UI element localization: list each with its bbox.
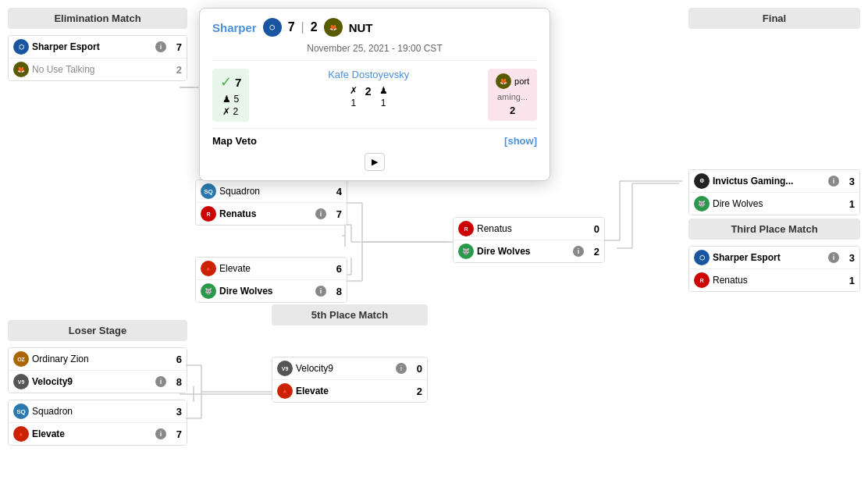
- cross-icon: ✗: [222, 106, 230, 117]
- third-team-a-name: Sharper Esport: [713, 252, 825, 263]
- loser1-team-b[interactable]: V9 Velocity9 i 8: [9, 371, 187, 393]
- noUse-logo: 🦊: [13, 62, 29, 77]
- popup-loser-score: 2: [510, 105, 515, 116]
- loser2-team-a[interactable]: SQ Squadron 3: [9, 400, 187, 423]
- loser2-team-b-name: Elevate: [32, 428, 152, 439]
- upper2-team-a-name: Elevate: [219, 263, 326, 274]
- semi-team-b-info[interactable]: i: [573, 246, 584, 257]
- sharper-logo: ⬡: [13, 39, 29, 55]
- popup-score-separator: |: [301, 20, 304, 34]
- match-popup: Sharper ⬡ 7 | 2 🦊 NUT November 25, 2021 …: [199, 8, 550, 181]
- loser1-team-b-info[interactable]: i: [155, 376, 166, 387]
- upper1-team-a[interactable]: SQ Squadron 4: [196, 180, 347, 203]
- elim-team-b[interactable]: 🦊 No Use Talking 2: [9, 59, 187, 80]
- direwolves-semi-logo: 🐺: [458, 244, 474, 259]
- upper2-team-b-info[interactable]: i: [315, 286, 326, 297]
- renatus-logo: R: [201, 206, 216, 222]
- third-team-a-info[interactable]: i: [828, 252, 839, 263]
- direwolves-logo: 🐺: [201, 283, 216, 299]
- final-team-b-name: Dire Wolves: [713, 198, 839, 209]
- popup-team-b: NUT: [349, 21, 373, 34]
- popup-logo-b: 🦊: [324, 18, 343, 37]
- popup-stream: ▶: [212, 153, 537, 171]
- loser-stage-label: Loser Stage: [8, 320, 187, 341]
- invictus-logo: ⚙: [694, 173, 710, 189]
- loser2-team-a-name: Squadron: [32, 406, 166, 417]
- velocity9-fifth-logo: V9: [277, 361, 293, 376]
- map-veto-label: Map Veto: [212, 135, 257, 147]
- semi-match: R Renatus 0 🐺 Dire Wolves i 2: [453, 217, 605, 263]
- map1-score-b: 1: [381, 98, 386, 108]
- upper1-match: SQ Squadron 4 R Renatus i 7: [195, 180, 347, 226]
- final-team-a-info[interactable]: i: [828, 176, 839, 187]
- popup-score-b: 2: [311, 20, 318, 34]
- fifth-place-label: 5th Place Match: [272, 304, 428, 325]
- elim-team-a[interactable]: ⬡ Sharper Esport i 7: [9, 36, 187, 59]
- loser1-match: OZ Ordinary Zion 6 V9 Velocity9 i 8: [8, 347, 187, 393]
- velocity9-logo: V9: [13, 374, 29, 389]
- final-team-a-score: 3: [842, 176, 855, 187]
- map1-icon-a: ✗: [350, 85, 358, 96]
- direwolves-final-logo: 🐺: [694, 196, 710, 212]
- semi-team-a[interactable]: R Renatus 0: [454, 218, 604, 240]
- third-team-a-score: 3: [842, 252, 855, 264]
- popup-logo-a: ⬡: [263, 18, 282, 37]
- fifth-team-b-score: 2: [410, 386, 422, 397]
- third-team-b[interactable]: R Renatus 1: [689, 269, 859, 291]
- upper1-team-b[interactable]: R Renatus i 7: [196, 203, 347, 225]
- final-match: ⚙ Invictus Gaming... i 3 🐺 Dire Wolves 1: [688, 169, 860, 215]
- third-team-a[interactable]: ⬡ Sharper Esport i 3: [689, 247, 859, 269]
- popup-loser-label: port: [514, 76, 529, 86]
- popup-map-loser-side: 🦊 port aming... 2: [488, 69, 537, 121]
- final-team-a[interactable]: ⚙ Invictus Gaming... i 3: [689, 170, 859, 193]
- check-icon: ✓: [220, 73, 232, 91]
- upper1-team-a-score: 4: [329, 186, 342, 197]
- final-team-b[interactable]: 🐺 Dire Wolves 1: [689, 193, 859, 215]
- tower-icon: ♟: [222, 94, 231, 105]
- fifth-team-b[interactable]: 🔺 Elevate 2: [272, 380, 427, 402]
- final-team-a-name: Invictus Gaming...: [713, 176, 825, 187]
- third-team-b-name: Renatus: [713, 275, 839, 286]
- fifth-team-a[interactable]: V9 Velocity9 i 0: [272, 357, 427, 380]
- final-label: Final: [688, 8, 860, 29]
- show-link[interactable]: [show]: [504, 135, 537, 147]
- upper2-team-a-score: 6: [329, 263, 342, 275]
- upper2-team-b[interactable]: 🐺 Dire Wolves i 8: [196, 280, 347, 302]
- upper1-team-a-name: Squadron: [219, 186, 326, 197]
- loser2-team-b[interactable]: 🔺 Elevate i 7: [9, 423, 187, 445]
- renatus-semi-logo: R: [458, 221, 474, 236]
- semi-team-b-score: 2: [587, 246, 599, 258]
- stream-button[interactable]: ▶: [365, 153, 385, 171]
- elevate-loser-logo: 🔺: [13, 426, 29, 442]
- loser2-team-b-info[interactable]: i: [155, 428, 166, 439]
- popup-date: November 25, 2021 - 19:00 CST: [212, 43, 537, 61]
- elim-team-b-name: No Use Talking: [32, 64, 166, 75]
- semi-team-a-score: 0: [587, 223, 599, 235]
- upper2-team-b-name: Dire Wolves: [219, 286, 312, 297]
- renatus-third-logo: R: [694, 272, 710, 288]
- loser2-team-b-score: 7: [169, 428, 182, 440]
- upper2-team-a[interactable]: 🔺 Elevate 6: [196, 258, 347, 280]
- fifth-team-b-name: Elevate: [296, 386, 407, 396]
- map1-icon-b: ♟: [379, 85, 388, 96]
- elim-team-a-info[interactable]: i: [155, 41, 166, 52]
- semi-team-b[interactable]: 🐺 Dire Wolves i 2: [454, 240, 604, 262]
- fifth-team-a-name: Velocity9: [296, 363, 393, 374]
- fifth-match: V9 Velocity9 i 0 🔺 Elevate 2: [272, 357, 428, 403]
- elim-team-a-score: 7: [169, 41, 182, 53]
- loser1-team-b-score: 8: [169, 376, 182, 388]
- upper2-match: 🔺 Elevate 6 🐺 Dire Wolves i 8: [195, 257, 347, 303]
- elim-team-a-name: Sharper Esport: [32, 41, 152, 52]
- third-match: ⬡ Sharper Esport i 3 R Renatus 1: [688, 246, 860, 292]
- fifth-team-a-info[interactable]: i: [396, 363, 407, 374]
- elevate-logo: 🔺: [201, 261, 216, 276]
- loser1-team-a-name: Ordinary Zion: [32, 354, 166, 364]
- semi-team-b-name: Dire Wolves: [477, 246, 570, 257]
- popup-map-winner-side: ✓ 7 ♟ 5 ✗ 2: [212, 69, 249, 122]
- popup-nut-logo: 🦊: [496, 73, 511, 89]
- loser1-team-a[interactable]: OZ Ordinary Zion 6: [9, 348, 187, 371]
- upper1-team-b-info[interactable]: i: [315, 208, 326, 219]
- upper1-team-b-score: 7: [329, 208, 342, 220]
- popup-header: Sharper ⬡ 7 | 2 🦊 NUT: [212, 18, 537, 37]
- sharper-third-logo: ⬡: [694, 250, 710, 265]
